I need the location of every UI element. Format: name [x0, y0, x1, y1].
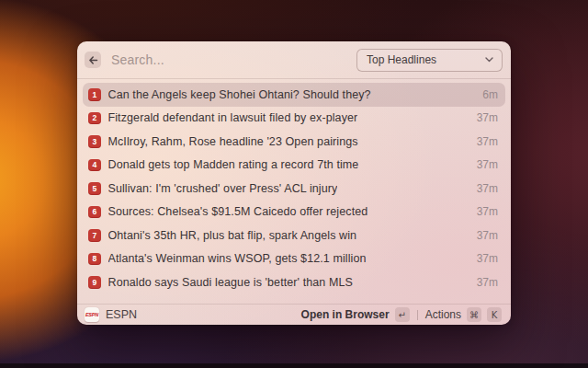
headline-title: Ronaldo says Saudi league is 'better' th…: [108, 276, 353, 289]
footer-actions: Open in Browser ↵ Actions ⌘ K: [301, 307, 502, 322]
footer-vertical-divider: [417, 310, 418, 320]
headline-time: 37m: [477, 276, 498, 289]
rank-badge: 9: [88, 276, 101, 289]
list-item[interactable]: 2Fitzgerald defendant in lawsuit filed b…: [83, 107, 505, 131]
rank-badge: 2: [88, 112, 101, 125]
search-input[interactable]: Search...: [111, 52, 164, 67]
headline-time: 37m: [477, 205, 498, 218]
rank-badge: 1: [88, 88, 101, 101]
list-item[interactable]: 5Sullivan: I'm 'crushed' over Press' ACL…: [83, 177, 505, 201]
search-header: Search... Top Headlines: [77, 41, 511, 78]
list-item[interactable]: 9Ronaldo says Saudi league is 'better' t…: [83, 270, 505, 294]
headline-time: 37m: [477, 135, 498, 148]
rank-badge: 3: [88, 135, 101, 148]
app-name: ESPN: [106, 308, 137, 321]
footer-bar: ESPN ESPN Open in Browser ↵ Actions ⌘ K: [77, 304, 511, 325]
headline-title: Ohtani's 35th HR, plus bat flip, spark A…: [108, 229, 357, 242]
command-key-icon: ⌘: [467, 307, 481, 322]
back-arrow-icon: [88, 55, 98, 65]
list-item[interactable]: 3McIlroy, Rahm, Rose headline '23 Open p…: [83, 130, 505, 154]
headline-time: 37m: [477, 182, 498, 195]
headline-time: 6m: [482, 88, 498, 101]
headline-list: 1Can the Angels keep Shohei Ohtani? Shou…: [77, 79, 511, 294]
list-item[interactable]: 6Sources: Chelsea's $91.5M Caicedo offer…: [83, 201, 505, 224]
list-item[interactable]: 1Can the Angels keep Shohei Ohtani? Shou…: [83, 83, 505, 107]
headline-title: Can the Angels keep Shohei Ohtani? Shoul…: [108, 88, 371, 101]
back-button[interactable]: [85, 52, 101, 68]
headline-title: Sources: Chelsea's $91.5M Caicedo offer …: [108, 205, 368, 218]
rank-badge: 4: [88, 159, 101, 172]
desktop-wallpaper: Search... Top Headlines 1Can the Angels …: [0, 0, 588, 368]
headline-time: 37m: [477, 229, 498, 242]
chevron-down-icon: [485, 57, 493, 63]
dropdown-value: Top Headlines: [367, 53, 436, 66]
headline-time: 37m: [477, 158, 498, 171]
espn-logo-icon: ESPN: [85, 307, 99, 322]
open-in-browser-action[interactable]: Open in Browser: [301, 308, 390, 321]
rank-badge: 5: [88, 182, 101, 195]
k-key-icon: K: [487, 307, 502, 322]
list-item[interactable]: 8Atlanta's Weinman wins WSOP, gets $12.1…: [83, 247, 505, 271]
rank-badge: 8: [88, 253, 101, 266]
actions-menu-button[interactable]: Actions: [425, 308, 461, 321]
list-item[interactable]: 7Ohtani's 35th HR, plus bat flip, spark …: [83, 224, 505, 247]
screen-bottom-strip: [0, 363, 588, 368]
rank-badge: 6: [88, 206, 101, 219]
category-dropdown[interactable]: Top Headlines: [356, 49, 503, 72]
headline-time: 37m: [477, 252, 498, 265]
headline-title: Sullivan: I'm 'crushed' over Press' ACL …: [108, 182, 338, 195]
rank-badge: 7: [88, 229, 101, 242]
launcher-window: Search... Top Headlines 1Can the Angels …: [77, 41, 511, 325]
headline-title: Donald gets top Madden rating a record 7…: [108, 158, 359, 171]
list-item[interactable]: 4Donald gets top Madden rating a record …: [83, 154, 505, 178]
espn-logo-text: ESPN: [85, 312, 98, 317]
headline-title: McIlroy, Rahm, Rose headline '23 Open pa…: [108, 135, 358, 148]
headline-time: 37m: [477, 111, 498, 124]
return-key-icon: ↵: [395, 307, 410, 322]
headline-title: Atlanta's Weinman wins WSOP, gets $12.1 …: [108, 252, 367, 265]
headline-title: Fitzgerald defendant in lawsuit filed by…: [108, 111, 358, 124]
